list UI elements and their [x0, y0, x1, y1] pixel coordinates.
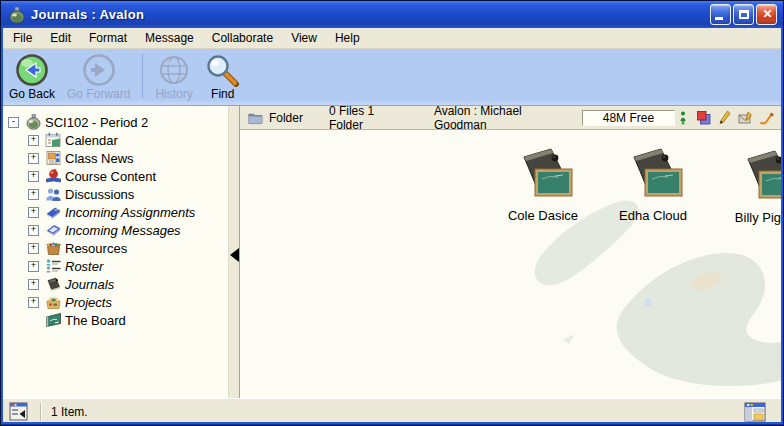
tree-item-resources[interactable]: + Resources [28, 239, 127, 257]
journal-item-edha-cloud[interactable]: Edha Cloud [594, 146, 712, 223]
roster-icon [45, 258, 62, 274]
tree-item-calendar[interactable]: + Calendar [28, 131, 118, 149]
tree-item-label[interactable]: Course Content [65, 169, 156, 184]
tree-item-label[interactable]: Incoming Messages [65, 223, 181, 238]
history-label: History [155, 87, 192, 101]
menu-view[interactable]: View [282, 29, 326, 47]
minimize-icon [715, 17, 723, 20]
expand-box-icon[interactable]: + [28, 297, 39, 308]
menu-edit[interactable]: Edit [41, 29, 80, 47]
expand-box-icon[interactable]: + [28, 261, 39, 272]
go-forward-icon [81, 53, 117, 87]
go-back-icon [14, 53, 50, 87]
expand-box-icon[interactable]: + [28, 135, 39, 146]
window-frame-right [781, 28, 783, 425]
tree-item-incoming-messages[interactable]: + Incoming Messages [28, 221, 181, 239]
tree-item-label[interactable]: The Board [65, 313, 126, 328]
journals-icon [45, 276, 62, 292]
go-forward-label: Go Forward [67, 87, 130, 101]
tree-item-label[interactable]: Incoming Assignments [65, 205, 195, 220]
journal-item-cole-dasice[interactable]: Cole Dasice [484, 146, 602, 223]
maximize-button[interactable] [733, 4, 754, 25]
journal-name-label[interactable]: Edha Cloud [594, 208, 712, 223]
pane-splitter[interactable] [228, 106, 240, 398]
journal-item-billy-piggot[interactable]: Billy Piggot [708, 148, 783, 225]
expand-box-icon[interactable]: + [28, 243, 39, 254]
tree-item-label[interactable]: Discussions [65, 187, 134, 202]
journal-name-label[interactable]: Cole Dasice [484, 208, 602, 223]
tree-item-roster[interactable]: + Roster [28, 257, 103, 275]
menu-format[interactable]: Format [80, 29, 136, 47]
menu-help[interactable]: Help [326, 29, 369, 47]
compose-message-icon[interactable] [738, 110, 754, 126]
status-separator [40, 403, 41, 421]
menu-bar: File Edit Format Message Collaborate Vie… [2, 28, 782, 49]
folder-counts: 0 Files 1 Folder [329, 104, 406, 132]
tree-item-label[interactable]: Class News [65, 151, 134, 166]
menu-file[interactable]: File [4, 29, 41, 47]
app-window: Journals : Avalon ✕ File Edit Format Mes… [0, 0, 784, 426]
tree-item-label[interactable]: SCI102 - Period 2 [45, 115, 148, 130]
layout-toggle-icon[interactable] [744, 402, 768, 422]
history-globe-icon [156, 53, 192, 87]
account-label: Avalon : Michael Goodman [434, 104, 568, 132]
title-bar[interactable]: Journals : Avalon ✕ [1, 1, 783, 28]
expand-box-icon[interactable]: + [28, 153, 39, 164]
course-tree: - SCI102 - Period 2 + Calendar [2, 106, 228, 398]
close-button[interactable]: ✕ [756, 4, 777, 25]
menu-message[interactable]: Message [136, 29, 203, 47]
history-button: History [149, 49, 198, 104]
expand-box-icon[interactable]: + [28, 171, 39, 182]
folder-info-bar: Folder 0 Files 1 Folder Avalon : Michael… [240, 106, 783, 130]
toolbar-separator [142, 54, 143, 98]
folder-view: Folder 0 Files 1 Folder Avalon : Michael… [240, 106, 783, 398]
window-frame-bottom [1, 422, 783, 425]
member-icon[interactable] [675, 110, 691, 126]
class-flask-icon [25, 114, 42, 130]
find-button[interactable]: Find [199, 49, 247, 104]
journal-book-icon [735, 148, 783, 206]
tree-item-label[interactable]: Journals [65, 277, 114, 292]
close-icon: ✕ [757, 7, 778, 22]
tree-item-label[interactable]: Calendar [65, 133, 118, 148]
go-forward-button: Go Forward [61, 49, 136, 104]
class-news-icon [45, 150, 62, 166]
expand-box-icon[interactable]: + [28, 225, 39, 236]
tree-item-the-board[interactable]: The Board [28, 311, 126, 329]
tree-item-label[interactable]: Projects [65, 295, 112, 310]
tree-item-label[interactable]: Resources [65, 241, 127, 256]
incoming-assignments-icon [45, 204, 62, 220]
journal-book-icon [511, 146, 575, 204]
status-bar: 1 Item. [2, 398, 782, 424]
journal-book-icon [621, 146, 685, 204]
window-frame-left [1, 28, 3, 425]
tree-item-label[interactable]: Roster [65, 259, 103, 274]
tree-item-discussions[interactable]: + Discussions [28, 185, 134, 203]
tree-item-sci102[interactable]: - SCI102 - Period 2 [8, 113, 148, 131]
layers-icon[interactable] [696, 110, 712, 126]
dock-pane-icon[interactable] [9, 402, 31, 421]
course-content-icon [45, 168, 62, 184]
expand-box-icon[interactable]: + [28, 189, 39, 200]
collapse-pane-icon[interactable] [230, 248, 239, 262]
tree-item-journals[interactable]: + Journals [28, 275, 114, 293]
toolbar: Go Back Go Forward History [3, 49, 783, 106]
signature-pen-icon[interactable] [759, 110, 775, 126]
menu-collaborate[interactable]: Collaborate [203, 29, 282, 47]
journal-name-label[interactable]: Billy Piggot [708, 210, 783, 225]
tree-item-incoming-assignments[interactable]: + Incoming Assignments [28, 203, 195, 221]
collapse-box-icon[interactable]: - [8, 117, 19, 128]
expand-box-icon[interactable]: + [28, 207, 39, 218]
the-board-icon [45, 312, 62, 328]
discussions-icon [45, 186, 62, 202]
tree-item-projects[interactable]: + Projects [28, 293, 112, 311]
find-label: Find [211, 87, 234, 101]
pencil-icon[interactable] [717, 110, 733, 126]
tree-item-class-news[interactable]: + Class News [28, 149, 134, 167]
tree-item-course-content[interactable]: + Course Content [28, 167, 156, 185]
folder-icon [248, 111, 263, 125]
minimize-button[interactable] [710, 4, 731, 25]
go-back-button[interactable]: Go Back [3, 49, 61, 104]
expand-box-icon[interactable]: + [28, 279, 39, 290]
folder-type-label: Folder [269, 111, 303, 125]
